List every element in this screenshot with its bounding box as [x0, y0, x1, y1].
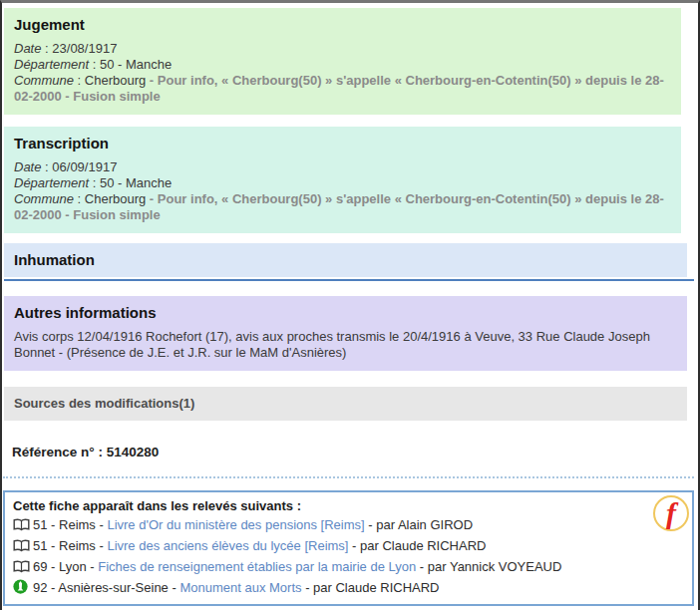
releve-item: 92 - Asnières-sur-Seine - Monument aux M…: [13, 578, 684, 599]
field-departement: Département : 50 - Manche: [14, 175, 671, 191]
dotted-divider: [3, 476, 694, 478]
section-autres-informations: Autres informations Avis corps 12/04/191…: [4, 296, 687, 371]
field-value-commune: Cherbourg: [85, 73, 146, 88]
releve-suffix: - par Claude RICHARD: [348, 538, 486, 553]
section-title-inhumation: Inhumation: [14, 251, 677, 269]
open-book-icon: [13, 517, 33, 536]
releve-prefix: 92 - Asnières-sur-Seine -: [33, 580, 179, 595]
releve-prefix: 69 - Lyon -: [33, 559, 98, 574]
reference-value: 5140280: [107, 445, 160, 459]
releve-suffix: - par Yannick VOYEAUD: [416, 559, 561, 574]
field-sep: :: [74, 191, 85, 206]
field-sep: :: [41, 159, 52, 174]
section-title-transcription: Transcription: [14, 135, 671, 152]
field-label-commune: Commune: [14, 73, 74, 88]
field-date: Date : 06/09/1917: [14, 159, 671, 175]
field-label-commune: Commune: [14, 191, 74, 206]
releve-link[interactable]: Monument aux Morts: [179, 580, 301, 595]
field-value-commune: Cherbourg: [85, 191, 146, 206]
facebook-icon[interactable]: f: [653, 495, 689, 531]
releves-title: Cette fiche apparaît dans les relevés su…: [13, 496, 684, 515]
section-title-autres-informations: Autres informations: [14, 304, 677, 322]
reference-number: Référence n° : 5140280: [12, 445, 698, 460]
open-book-icon: [13, 559, 33, 578]
field-commune: Commune : Cherbourg - Pour info, « Cherb…: [14, 191, 671, 223]
field-value-date: 06/09/1917: [52, 159, 117, 174]
field-label-departement: Département: [14, 175, 89, 190]
releve-suffix: - par Alain GIROD: [365, 517, 473, 532]
field-sep: :: [89, 175, 100, 190]
field-value-departement: 50 - Manche: [100, 57, 172, 72]
field-commune: Commune : Cherbourg - Pour info, « Cherb…: [14, 73, 671, 105]
field-label-departement: Département: [14, 57, 89, 72]
open-book-icon: [13, 538, 33, 557]
field-value-departement: 50 - Manche: [100, 175, 172, 190]
section-jugement: Jugement Date : 23/08/1917 Département :…: [4, 8, 681, 115]
releve-link[interactable]: Livre des anciens élèves du lycée [Reims…: [107, 538, 348, 553]
field-sep: :: [41, 41, 52, 56]
field-value-date: 23/08/1917: [52, 41, 117, 56]
section-title-jugement: Jugement: [14, 16, 671, 34]
autres-informations-text: Avis corps 12/04/1916 Rochefort (17), av…: [14, 329, 677, 361]
releve-item: 51 - Reims - Livre des anciens élèves du…: [13, 536, 684, 557]
section-inhumation: Inhumation: [4, 243, 687, 277]
field-label-date: Date: [14, 159, 41, 174]
field-sep: :: [89, 57, 100, 72]
releves-box: Cette fiche apparaît dans les relevés su…: [3, 490, 694, 606]
section-divider: [4, 279, 694, 281]
releve-suffix: - par Claude RICHARD: [302, 580, 440, 595]
record-page: Jugement Date : 23/08/1917 Département :…: [0, 0, 700, 610]
releve-prefix: 51 - Reims -: [33, 517, 107, 532]
releve-prefix: 51 - Reims -: [33, 538, 107, 553]
sources-bar: Sources des modifications(1): [4, 387, 687, 421]
reference-label: Référence n° :: [12, 445, 107, 459]
releve-item: 69 - Lyon - Fiches de renseignement étab…: [13, 557, 684, 578]
field-departement: Département : 50 - Manche: [14, 57, 671, 73]
monument-icon: [13, 579, 33, 599]
section-transcription: Transcription Date : 06/09/1917 Départem…: [4, 127, 681, 233]
field-label-date: Date: [14, 41, 41, 56]
field-date: Date : 23/08/1917: [14, 41, 671, 57]
field-sep: :: [74, 73, 85, 88]
releve-link[interactable]: Fiches de renseignement établies par la …: [98, 559, 416, 574]
releve-item: 51 - Reims - Livre d'Or du ministère des…: [13, 515, 684, 536]
releve-link[interactable]: Livre d'Or du ministère des pensions [Re…: [107, 517, 364, 532]
